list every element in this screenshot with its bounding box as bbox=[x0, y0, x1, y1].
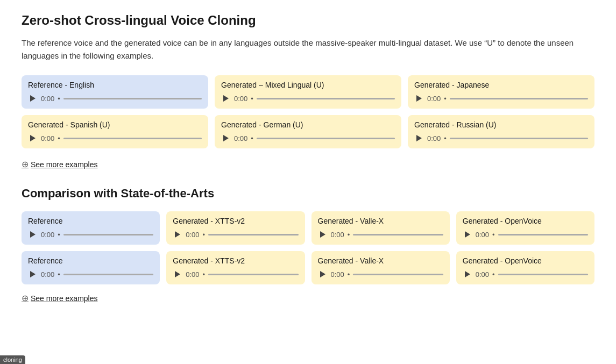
progress-bar[interactable] bbox=[208, 274, 298, 275]
play-button[interactable] bbox=[463, 230, 472, 239]
progress-bar[interactable] bbox=[208, 234, 298, 235]
audio-player: 0:00 • bbox=[221, 94, 395, 103]
see-more-icon-1: ⊕ bbox=[22, 159, 29, 169]
section2-title: Comparison with State-of-the-Arts bbox=[22, 187, 594, 201]
time-separator: • bbox=[251, 134, 253, 142]
play-button[interactable] bbox=[318, 269, 328, 279]
play-button[interactable] bbox=[221, 94, 231, 103]
play-button[interactable] bbox=[173, 269, 182, 279]
play-icon bbox=[175, 271, 180, 277]
progress-bar[interactable] bbox=[353, 234, 443, 235]
audio-player: 0:00 • bbox=[221, 133, 395, 143]
audio-player: 0:00 • bbox=[173, 230, 298, 239]
audio-player: 0:00 • bbox=[28, 94, 202, 103]
progress-bar[interactable] bbox=[63, 138, 202, 139]
progress-bar[interactable] bbox=[257, 138, 395, 139]
progress-bar[interactable] bbox=[63, 98, 202, 99]
audio-card: Generated - German (U) 0:00 • bbox=[215, 115, 401, 148]
section1-title: Zero-shot Cross-lingual Voice Cloning bbox=[22, 13, 594, 28]
progress-bar[interactable] bbox=[63, 274, 153, 275]
audio-player: 0:00 • bbox=[28, 269, 153, 279]
time-display: 0:00 bbox=[234, 95, 247, 103]
audio-card: Reference - English 0:00 • bbox=[22, 75, 208, 109]
progress-bar[interactable] bbox=[257, 98, 395, 99]
time-display: 0:00 bbox=[41, 270, 54, 279]
section1-description: The reference voice and the generated vo… bbox=[22, 37, 594, 62]
audio-card-label: Generated - Japanese bbox=[414, 81, 588, 89]
progress-bar[interactable] bbox=[63, 234, 153, 235]
audio-card-label: Generated - XTTS-v2 bbox=[173, 256, 298, 265]
audio-card-label: Generated - Valle-X bbox=[318, 217, 443, 225]
time-display: 0:00 bbox=[331, 270, 344, 279]
time-separator: • bbox=[348, 231, 350, 239]
see-more-link-2[interactable]: ⊕ See more examples bbox=[22, 293, 98, 303]
play-icon bbox=[30, 95, 36, 102]
see-more-link-1[interactable]: ⊕ See more examples bbox=[22, 159, 98, 169]
time-separator: • bbox=[492, 231, 495, 239]
progress-bar[interactable] bbox=[498, 234, 588, 235]
time-display: 0:00 bbox=[331, 231, 344, 239]
play-button[interactable] bbox=[318, 230, 328, 239]
progress-bar[interactable] bbox=[353, 274, 443, 275]
audio-player: 0:00 • bbox=[318, 269, 443, 279]
time-display: 0:00 bbox=[476, 270, 489, 279]
audio-player: 0:00 • bbox=[414, 133, 588, 143]
play-icon bbox=[223, 95, 229, 102]
play-icon bbox=[465, 271, 470, 277]
play-button[interactable] bbox=[414, 133, 424, 143]
section1-audio-grid: Reference - English 0:00 • Generated – M… bbox=[22, 75, 594, 148]
audio-card-label: Reference bbox=[28, 217, 153, 225]
audio-player: 0:00 • bbox=[173, 269, 298, 279]
progress-bar[interactable] bbox=[498, 274, 588, 275]
play-icon bbox=[223, 135, 229, 141]
play-icon bbox=[465, 231, 470, 238]
audio-card: Generated - Spanish (U) 0:00 • bbox=[22, 115, 208, 148]
audio-player: 0:00 • bbox=[463, 230, 588, 239]
audio-card: Generated - Russian (U) 0:00 • bbox=[408, 115, 594, 148]
progress-bar[interactable] bbox=[450, 98, 588, 99]
play-icon bbox=[320, 231, 325, 238]
time-separator: • bbox=[444, 95, 447, 103]
audio-card: Generated – Mixed Lingual (U) 0:00 • bbox=[215, 75, 401, 109]
play-icon bbox=[30, 135, 36, 141]
audio-card-label: Generated - Russian (U) bbox=[414, 120, 588, 129]
section-comparison: Comparison with State-of-the-Arts Refere… bbox=[22, 187, 594, 320]
time-separator: • bbox=[58, 270, 60, 279]
audio-card: Generated - Valle-X 0:00 • bbox=[311, 251, 450, 284]
audio-card-label: Reference bbox=[28, 256, 153, 265]
time-display: 0:00 bbox=[41, 95, 54, 103]
section-zero-shot: Zero-shot Cross-lingual Voice Cloning Th… bbox=[22, 13, 594, 187]
time-separator: • bbox=[203, 270, 206, 279]
audio-card: Generated - OpenVoice 0:00 • bbox=[456, 211, 594, 245]
play-button[interactable] bbox=[28, 94, 38, 103]
audio-card-label: Generated - OpenVoice bbox=[463, 256, 588, 265]
play-button[interactable] bbox=[173, 230, 182, 239]
play-button[interactable] bbox=[28, 230, 38, 239]
see-more-label-1: See more examples bbox=[31, 160, 98, 169]
audio-card-label: Generated – Mixed Lingual (U) bbox=[221, 81, 395, 89]
time-display: 0:00 bbox=[476, 231, 489, 239]
progress-bar[interactable] bbox=[450, 138, 588, 139]
time-display: 0:00 bbox=[427, 95, 441, 103]
time-separator: • bbox=[58, 134, 60, 142]
time-separator: • bbox=[444, 134, 447, 142]
audio-player: 0:00 • bbox=[318, 230, 443, 239]
audio-player: 0:00 • bbox=[28, 133, 202, 143]
audio-card-label: Generated - OpenVoice bbox=[463, 217, 588, 225]
play-button[interactable] bbox=[414, 94, 424, 103]
comparison-row-2: Reference 0:00 • Generated - XTTS-v2 0:0… bbox=[22, 251, 594, 284]
play-button[interactable] bbox=[28, 269, 38, 279]
audio-card: Generated - XTTS-v2 0:00 • bbox=[166, 251, 305, 284]
play-button[interactable] bbox=[463, 269, 472, 279]
see-more-label-2: See more examples bbox=[31, 294, 98, 303]
audio-card: Reference 0:00 • bbox=[22, 211, 160, 245]
play-button[interactable] bbox=[221, 133, 231, 143]
time-separator: • bbox=[58, 231, 60, 239]
audio-card-label: Reference - English bbox=[28, 81, 202, 89]
time-separator: • bbox=[348, 270, 350, 279]
play-icon bbox=[320, 271, 325, 277]
audio-card: Generated - OpenVoice 0:00 • bbox=[456, 251, 594, 284]
play-button[interactable] bbox=[28, 133, 38, 143]
time-display: 0:00 bbox=[427, 134, 441, 142]
play-icon bbox=[30, 231, 36, 238]
